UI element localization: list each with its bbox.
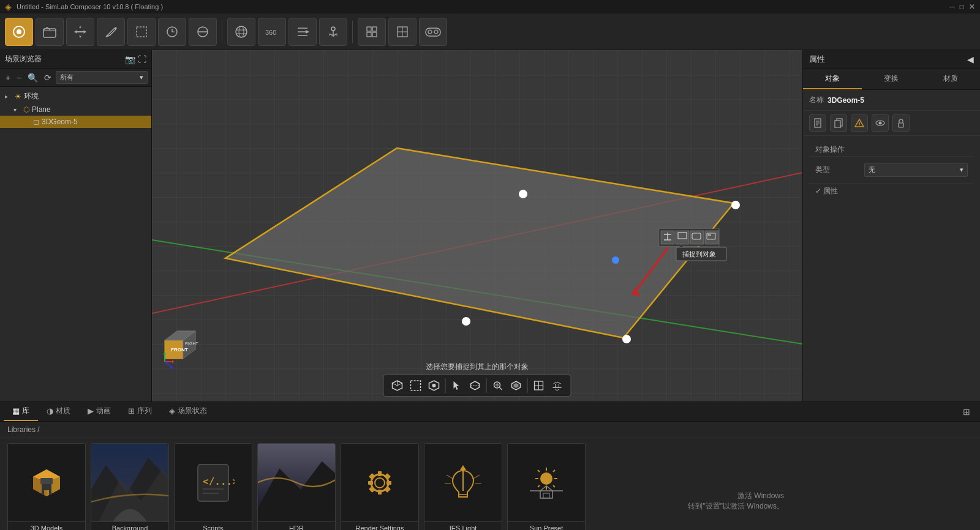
lib-item-hdr[interactable]: HDR (257, 443, 336, 530)
vb-sep-2 (486, 378, 487, 393)
svg-point-112 (371, 474, 388, 491)
svg-rect-120 (369, 487, 375, 493)
open-file-button[interactable] (36, 18, 64, 46)
tree-item-geom5[interactable]: ◻ 3DGeom-5 (0, 116, 151, 128)
grid-background (152, 50, 802, 401)
refresh-button[interactable]: ⟳ (42, 72, 53, 84)
draw-tool-button[interactable] (97, 18, 125, 46)
select-mode-button[interactable] (5, 18, 33, 46)
svg-marker-71 (471, 381, 480, 390)
tab-sequence[interactable]: ⊞ 序列 (119, 402, 160, 421)
scene-tree: ▸ ☀ 环境 ▾ ⬡ Plane ◻ 3DGeom-5 (0, 87, 151, 401)
close-btn[interactable]: ✕ (969, 2, 975, 11)
tree-expand-plane: ▾ (13, 106, 21, 113)
svg-text:FRONT: FRONT (171, 347, 188, 353)
tab-animation[interactable]: ▶ 动画 (79, 402, 119, 421)
vb-ground-btn[interactable] (549, 377, 566, 394)
vb-grid-btn[interactable] (530, 377, 548, 394)
vb-pointer-btn[interactable] (448, 377, 466, 394)
search-button[interactable]: 🔍 (26, 72, 40, 84)
section-cut-button[interactable] (189, 18, 217, 46)
type-row: 类型 无 ▾ (809, 159, 974, 181)
props-tabs: 对象 变换 材质 (803, 69, 980, 90)
snap-tool-button[interactable] (288, 18, 317, 46)
tree-item-env[interactable]: ▸ ☀ 环境 (0, 89, 151, 103)
svg-rect-3 (137, 27, 146, 37)
window-controls[interactable]: ─ □ ✕ (949, 2, 975, 11)
svg-text:360: 360 (265, 29, 276, 36)
lib-label-sun: Sun Preset (508, 521, 585, 530)
type-dropdown-arrow: ▾ (960, 166, 963, 174)
360-view-button[interactable]: 360 (258, 18, 286, 46)
library-tab-icon: ▦ (12, 406, 20, 416)
lib-thumb-scripts: </...> (175, 444, 252, 521)
vb-paint-btn[interactable] (508, 377, 525, 394)
svg-line-136 (553, 485, 555, 487)
maximize-btn[interactable]: □ (960, 2, 964, 11)
svg-rect-116 (368, 481, 373, 485)
svg-point-10 (239, 26, 244, 37)
measure-button[interactable] (158, 18, 186, 46)
lib-item-ies[interactable]: IES Light (424, 443, 502, 530)
tab-transform[interactable]: 变换 (862, 69, 921, 89)
filter-dropdown[interactable]: 所有 ▾ (56, 71, 148, 84)
lib-item-3dmodels[interactable]: 3D Models (7, 443, 86, 530)
bottom-panel-settings[interactable]: ⊞ (957, 407, 976, 417)
anchor-button[interactable] (319, 18, 347, 46)
minimize-btn[interactable]: ─ (949, 2, 955, 11)
props-doc-btn[interactable] (809, 114, 826, 132)
layout-button[interactable] (358, 18, 386, 46)
vb-zoom-btn[interactable] (489, 377, 507, 394)
svg-marker-78 (514, 383, 519, 388)
props-collapse[interactable]: ◀ (967, 54, 974, 64)
lib-thumb-background (91, 444, 168, 521)
props-name-row: 名称 3DGeom-5 (803, 90, 980, 111)
svg-line-127 (473, 475, 480, 479)
svg-rect-102 (40, 478, 53, 484)
lib-item-render[interactable]: Render Settings (341, 443, 419, 530)
vb-cut-btn[interactable] (467, 377, 484, 394)
lib-thumb-3dmodels (8, 444, 85, 521)
remove-button[interactable]: − (15, 72, 23, 84)
camera-icon[interactable]: 📷 (125, 54, 135, 64)
main-toolbar: 360 (0, 13, 980, 50)
bottom-panel: ▦ 库 ◑ 材质 ▶ 动画 ⊞ 序列 ◈ 场景状态 ⊞ Libraries / (0, 401, 980, 530)
vb-cube-btn[interactable] (389, 377, 406, 394)
svg-line-67 (398, 383, 402, 386)
globe-view-button[interactable] (227, 18, 255, 46)
type-select[interactable]: 无 ▾ (864, 163, 968, 177)
add-button[interactable]: + (4, 72, 12, 84)
library-breadcrumb: Libraries / (0, 422, 980, 438)
lib-item-scripts[interactable]: </...> Scripts (174, 443, 252, 530)
props-visible-btn[interactable] (872, 114, 889, 132)
tab-material[interactable]: ◑ 材质 (38, 402, 79, 421)
grid-button[interactable] (388, 18, 417, 46)
move-tool-button[interactable] (66, 18, 94, 46)
tree-item-plane[interactable]: ▾ ⬡ Plane (0, 103, 151, 116)
svg-rect-141 (543, 493, 549, 498)
lib-item-background[interactable]: Background (91, 443, 169, 530)
props-lock-btn[interactable] (892, 114, 910, 132)
select-box-button[interactable] (127, 18, 156, 46)
svg-rect-115 (378, 490, 382, 495)
vb-select-btn[interactable] (407, 377, 424, 394)
tab-library[interactable]: ▦ 库 (4, 402, 38, 421)
tab-material[interactable]: 材质 (921, 69, 980, 89)
animation-tab-icon: ▶ (88, 406, 94, 416)
tab-scene-state[interactable]: ◈ 场景状态 (160, 402, 216, 421)
tab-object[interactable]: 对象 (803, 69, 862, 89)
svg-point-130 (540, 472, 552, 485)
vb-sphere-btn[interactable] (426, 377, 443, 394)
titlebar: ◈ Untitled - SimLab Composer 10 v10.8 ( … (0, 0, 980, 13)
props-copy-btn[interactable] (830, 114, 847, 132)
lib-thumb-hdr (258, 444, 335, 521)
svg-text:RIGHT: RIGHT (185, 342, 199, 346)
nav-cube[interactable]: FRONT RIGHT (162, 328, 205, 371)
svg-rect-68 (411, 381, 421, 390)
expand-icon[interactable]: ⛶ (138, 54, 146, 64)
vr-mode-button[interactable] (419, 18, 447, 46)
main-area: 场景浏览器 📷 ⛶ + − 🔍 ⟳ 所有 ▾ ▸ ☀ 环境 ▾ ⬡ (0, 50, 980, 401)
viewport[interactable]: 捕捉到对象 FRONT RIGHT (152, 50, 802, 401)
props-warn-btn[interactable] (851, 114, 868, 132)
lib-item-sun[interactable]: Sun Preset (507, 443, 586, 530)
